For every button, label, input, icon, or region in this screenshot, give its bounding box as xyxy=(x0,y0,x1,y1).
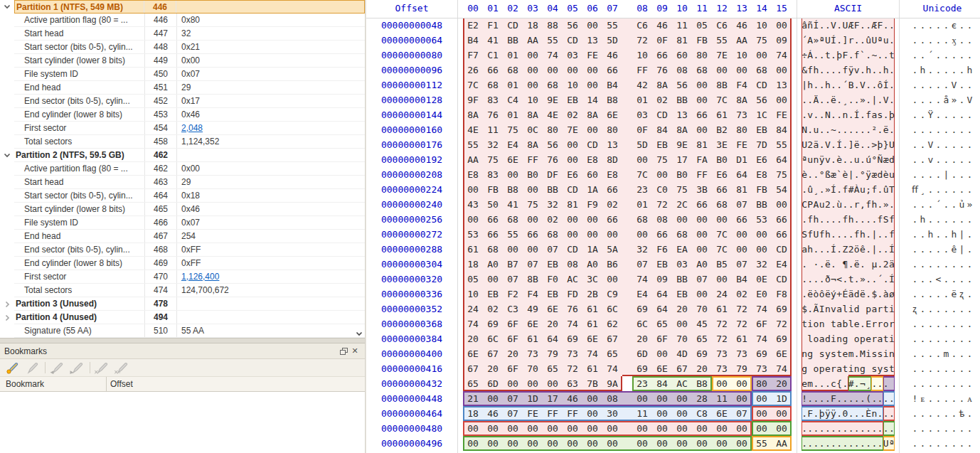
ascii-char-cell[interactable]: ª xyxy=(877,33,883,48)
ascii-char-cell[interactable]: Í xyxy=(854,107,860,122)
hex-byte-cell[interactable]: 68 xyxy=(503,63,523,78)
partition-group-row[interactable]: Partition 3 (Unused)478 xyxy=(0,297,365,311)
ascii-char-cell[interactable]: . xyxy=(842,152,848,167)
unicode-char-cell[interactable]: . xyxy=(934,421,942,436)
hex-byte-cell[interactable]: 64 xyxy=(652,302,672,316)
hex-byte-cell[interactable]: 05 xyxy=(692,18,712,33)
ascii-char-cell[interactable]: ë xyxy=(807,287,813,302)
ascii-char-cell[interactable]: ² xyxy=(871,122,877,137)
ascii-char-cell[interactable]: . xyxy=(819,78,825,92)
unicode-char-cell[interactable]: . xyxy=(934,376,942,391)
ascii-char-cell[interactable]: l xyxy=(842,302,848,316)
ascii-char-cell[interactable]: ´ xyxy=(801,33,807,48)
unicode-char-cell[interactable]: . xyxy=(934,122,942,137)
ascii-char-cell[interactable]: t xyxy=(825,48,831,63)
hex-byte-cell[interactable]: 66 xyxy=(602,182,622,197)
ascii-char-cell[interactable]: . xyxy=(877,197,883,212)
hex-byte-cell[interactable]: 80 xyxy=(752,376,772,391)
hex-byte-cell[interactable]: EB xyxy=(752,122,772,137)
hex-byte-cell[interactable]: 1D xyxy=(523,391,543,406)
unicode-char-cell[interactable]: . xyxy=(934,346,942,361)
ascii-char-cell[interactable]: . xyxy=(836,182,842,197)
ascii-char-cell[interactable]: . xyxy=(877,287,883,302)
hex-byte-cell[interactable]: 08 xyxy=(563,257,582,272)
hex-byte-cell[interactable]: 00 xyxy=(463,182,483,197)
ascii-char-cell[interactable]: > xyxy=(871,137,877,152)
ascii-char-cell[interactable]: U xyxy=(883,436,889,451)
ascii-char-cell[interactable]: U xyxy=(801,137,807,152)
hex-byte-cell[interactable]: 43 xyxy=(463,197,483,212)
ascii-char-cell[interactable]: . xyxy=(848,257,854,272)
hex-byte-cell[interactable]: 55 xyxy=(752,436,772,451)
unicode-char-cell[interactable]: . xyxy=(942,107,950,122)
hex-byte-cell[interactable]: FB xyxy=(483,182,503,197)
hex-byte-cell[interactable]: 00 xyxy=(582,18,602,33)
ascii-char-cell[interactable]: ë xyxy=(831,92,836,107)
offset-column-header[interactable]: Offset xyxy=(107,377,365,391)
ascii-char-cell[interactable]: { xyxy=(836,376,842,391)
unicode-char-cell[interactable]: ӽ xyxy=(950,33,958,48)
ascii-char-cell[interactable]: n xyxy=(871,406,877,421)
ascii-char-cell[interactable]: c xyxy=(831,376,836,391)
hex-byte-cell[interactable]: 00 xyxy=(692,78,712,92)
hex-byte-cell[interactable]: 20 xyxy=(692,361,712,376)
unicode-char-cell[interactable]: . xyxy=(927,272,934,287)
ascii-char-cell[interactable]: ¶ xyxy=(842,257,848,272)
hex-byte-cell[interactable]: EA xyxy=(672,242,692,257)
ascii-char-cell[interactable]: v xyxy=(825,152,831,167)
hex-byte-cell[interactable]: A0 xyxy=(692,257,712,272)
hex-byte-cell[interactable]: FA xyxy=(692,152,712,167)
hex-byte-cell[interactable]: 68 xyxy=(692,63,712,78)
unicode-char-cell[interactable]: . xyxy=(942,391,950,406)
unicode-char-cell[interactable]: . xyxy=(927,212,934,227)
hex-byte-cell[interactable]: 00 xyxy=(523,182,543,197)
ascii-char-cell[interactable]: U xyxy=(813,227,819,242)
ascii-char-cell[interactable]: . xyxy=(836,391,842,406)
ascii-char-cell[interactable]: . xyxy=(819,257,825,272)
unicode-char-cell[interactable]: . xyxy=(942,436,950,451)
unicode-char-cell[interactable]: . xyxy=(934,137,942,152)
ascii-char-cell[interactable]: e xyxy=(854,316,860,331)
unicode-char-cell[interactable]: . xyxy=(942,33,950,48)
tree-field-row[interactable]: Active partition flag (80 = ...4460x80 xyxy=(0,14,365,27)
unicode-char-cell[interactable]: h xyxy=(927,227,934,242)
hex-byte-cell[interactable]: 55 xyxy=(543,33,563,48)
tree-field-row[interactable]: Start cylinder (lower 8 bits)4490x00 xyxy=(0,54,365,68)
hex-byte-cell[interactable]: F8 xyxy=(772,287,792,302)
ascii-char-cell[interactable]: $ xyxy=(871,287,877,302)
ascii-char-cell[interactable]: . xyxy=(842,376,848,391)
unicode-char-cell[interactable]: . xyxy=(942,257,950,272)
ascii-char-cell[interactable]: . xyxy=(819,182,825,197)
hex-byte-cell[interactable]: 32 xyxy=(483,137,503,152)
hex-byte-cell[interactable]: 00 xyxy=(602,436,622,451)
hex-byte-cell[interactable]: 00 xyxy=(712,376,732,391)
ascii-char-cell[interactable]: t xyxy=(842,361,848,376)
hex-byte-cell[interactable]: E8 xyxy=(602,167,622,182)
ascii-char-cell[interactable]: þ xyxy=(836,48,842,63)
hex-byte-cell[interactable]: 07 xyxy=(732,406,752,421)
ascii-char-cell[interactable]: Ñ xyxy=(877,152,883,167)
ascii-char-cell[interactable]: . xyxy=(819,137,825,152)
ascii-char-cell[interactable]: + xyxy=(836,287,842,302)
hex-byte-cell[interactable]: 13 xyxy=(772,78,792,92)
hex-byte-cell[interactable]: 00 xyxy=(692,287,712,302)
ascii-char-cell[interactable]: o xyxy=(813,331,819,346)
ascii-char-cell[interactable]: . xyxy=(819,242,825,257)
ascii-char-cell[interactable]: e xyxy=(825,361,831,376)
ascii-char-cell[interactable]: Í xyxy=(831,242,836,257)
tree-field-row[interactable]: Start sector (bits 0-5), cylin...4480x21 xyxy=(0,41,365,54)
unicode-char-cell[interactable]: . xyxy=(927,242,934,257)
hex-byte-cell[interactable]: 73 xyxy=(732,107,752,122)
hex-byte-cell[interactable]: 02 xyxy=(543,212,563,227)
hex-byte-cell[interactable]: 55 xyxy=(712,33,732,48)
ascii-char-cell[interactable]: F xyxy=(831,391,836,406)
ascii-char-cell[interactable]: u xyxy=(883,33,889,48)
hex-byte-cell[interactable]: 00 xyxy=(692,436,712,451)
hex-byte-cell[interactable]: 00 xyxy=(543,376,563,391)
hex-byte-cell[interactable]: 8A xyxy=(463,107,483,122)
ascii-char-cell[interactable]: . xyxy=(819,421,825,436)
hex-byte-cell[interactable]: FE xyxy=(732,137,752,152)
hex-byte-cell[interactable]: 61 xyxy=(523,331,543,346)
tree-field-row[interactable]: Total sectors4581,124,352 xyxy=(0,135,365,149)
hex-byte-cell[interactable]: 65 xyxy=(602,346,622,361)
